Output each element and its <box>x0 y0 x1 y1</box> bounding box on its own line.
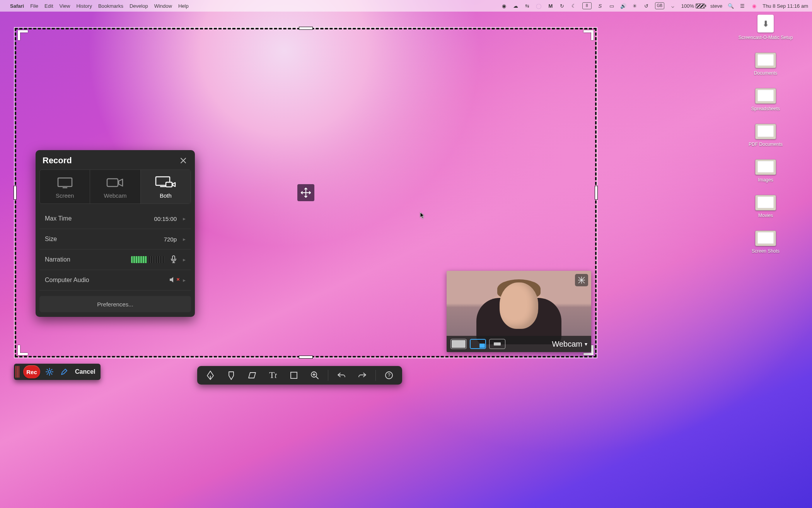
resize-handle-right[interactable] <box>595 186 597 199</box>
record-button-label: Rec <box>26 369 37 375</box>
setting-row-size[interactable]: Size 720p ▸ <box>39 229 191 250</box>
eraser-tool-button[interactable] <box>244 368 261 383</box>
draw-tools-button[interactable] <box>59 366 70 377</box>
volume-menuextra-icon[interactable]: 🔊 <box>620 3 626 9</box>
desktop-item-documents[interactable]: Documents <box>731 53 800 76</box>
desktop-item-spreadsheets[interactable]: Spreadsheets <box>731 88 800 111</box>
record-indicator-stripes <box>15 366 19 378</box>
spotlight-icon[interactable]: 🔍 <box>728 3 734 9</box>
desktop-item-pdf-documents[interactable]: PDF Documents <box>731 124 800 147</box>
siri-icon[interactable]: ◉ <box>751 3 757 9</box>
script-menuextra-icon[interactable]: S <box>597 3 603 9</box>
desktop-item-label: PDF Documents <box>749 142 783 147</box>
menu-view[interactable]: View <box>60 3 70 9</box>
resize-handle-top-left[interactable] <box>18 30 28 40</box>
move-region-handle[interactable] <box>297 184 314 201</box>
timemachine-menuextra-icon[interactable]: ↺ <box>643 3 650 9</box>
svg-rect-0 <box>58 178 72 186</box>
magnifier-icon <box>310 371 319 380</box>
menu-history[interactable]: History <box>76 3 92 9</box>
resize-handle-top-right[interactable] <box>583 30 594 40</box>
highlighter-icon <box>227 370 236 380</box>
wifi-menuextra-icon[interactable]: ⌵ <box>670 3 676 9</box>
preferences-label: Preferences... <box>97 301 133 308</box>
record-mode-screen[interactable]: Screen <box>40 170 90 204</box>
menu-file[interactable]: File <box>30 3 38 9</box>
desktop-item-label: Movies <box>758 213 773 218</box>
menubar-clock[interactable]: Thu 8 Sep 11:16 am <box>763 3 808 9</box>
undo-button[interactable] <box>333 368 350 383</box>
pen-tool-button[interactable] <box>202 368 219 383</box>
redo-icon <box>358 371 367 379</box>
redo-button[interactable] <box>354 368 371 383</box>
screen-icon <box>56 176 73 189</box>
webcam-layout-hidden[interactable] <box>489 339 505 349</box>
battery-icon <box>696 3 705 9</box>
webcam-person-silhouette <box>500 282 538 329</box>
setting-label: Computer Audio <box>45 277 89 284</box>
webcam-source-dropdown[interactable]: Webcam ▾ <box>552 340 587 349</box>
zoom-tool-button[interactable] <box>306 368 323 383</box>
menu-develop[interactable]: Develop <box>130 3 148 9</box>
text-tool-button[interactable]: Tt <box>264 368 281 383</box>
setting-row-max-time[interactable]: Max Time 00:15:00 ▸ <box>39 209 191 229</box>
darkmode-menuextra-icon[interactable]: ☾ <box>571 3 577 9</box>
webcam-source-label: Webcam <box>552 340 582 349</box>
menu-edit[interactable]: Edit <box>44 3 53 9</box>
keyboard-layout-icon[interactable]: GB <box>655 2 664 9</box>
date-menuextra-icon[interactable]: 8 <box>582 2 592 9</box>
desktop-item-screencast-setup[interactable]: ⬇ Screencast-O-Matic Setup <box>731 15 800 40</box>
preferences-button[interactable]: Preferences... <box>39 296 191 312</box>
microphone-icon <box>171 255 177 264</box>
shape-tool-button[interactable] <box>285 368 302 383</box>
setting-row-narration[interactable]: Narration ▸ <box>39 250 191 270</box>
svg-rect-2 <box>107 179 118 186</box>
setting-row-computer-audio[interactable]: Computer Audio ✕ ▸ <box>39 270 191 291</box>
close-button[interactable] <box>179 156 188 165</box>
battery-menuextra[interactable]: 100% <box>681 3 705 9</box>
record-mode-label: Webcam <box>104 192 127 199</box>
menu-window[interactable]: Window <box>154 3 172 9</box>
highlighter-tool-button[interactable] <box>223 368 240 383</box>
sync-menuextra-icon[interactable]: ⇆ <box>524 3 531 9</box>
setting-label: Size <box>45 236 57 243</box>
app-menuextra-icon[interactable]: M <box>548 3 554 9</box>
display-menuextra-icon[interactable]: ▭ <box>609 3 615 9</box>
desktop-item-images[interactable]: Images <box>731 159 800 183</box>
record-panel-title: Record <box>43 156 72 166</box>
record-menuextra-icon[interactable]: ◉ <box>501 3 507 9</box>
macos-menubar: Safari File Edit View History Bookmarks … <box>0 0 812 12</box>
settings-button[interactable] <box>44 366 55 377</box>
help-button[interactable]: ? <box>380 368 397 383</box>
webcam-settings-button[interactable] <box>575 274 588 286</box>
resize-handle-bottom[interactable] <box>299 356 312 358</box>
desktop-item-screenshots[interactable]: Screen Shots <box>731 231 800 254</box>
cloud-menuextra-icon[interactable]: ◯ <box>536 3 542 9</box>
menubar-username[interactable]: steve <box>710 3 722 9</box>
record-panel: Record Screen Webcam <box>36 150 195 317</box>
resize-handle-top[interactable] <box>299 27 312 29</box>
record-mode-webcam[interactable]: Webcam <box>90 170 140 204</box>
toolbar-separator <box>328 370 328 381</box>
webcam-preview[interactable]: Webcam ▾ <box>447 271 591 352</box>
menubar-app-name[interactable]: Safari <box>10 3 24 9</box>
record-button[interactable]: Rec <box>23 365 40 378</box>
menu-bookmarks[interactable]: Bookmarks <box>98 3 123 9</box>
control-center-icon[interactable]: ☰ <box>739 3 745 9</box>
refresh-menuextra-icon[interactable]: ↻ <box>559 3 565 9</box>
desktop-item-label: Documents <box>754 70 778 76</box>
record-mode-both[interactable]: Both <box>141 170 191 204</box>
folder-icon <box>755 159 776 175</box>
cancel-button[interactable]: Cancel <box>73 368 97 375</box>
webcam-layout-full[interactable] <box>450 339 467 349</box>
dropbox-menuextra-icon[interactable]: ☁ <box>513 3 519 9</box>
resize-handle-bottom-left[interactable] <box>18 345 28 355</box>
record-source-tabs: Screen Webcam Both <box>39 169 191 204</box>
pencil-icon <box>60 368 68 376</box>
bluetooth-menuextra-icon[interactable]: ✳ <box>632 3 638 9</box>
menu-help[interactable]: Help <box>178 3 189 9</box>
desktop-item-movies[interactable]: Movies <box>731 195 800 218</box>
resize-handle-left[interactable] <box>14 186 16 199</box>
webcam-layout-pip[interactable] <box>470 339 486 349</box>
desktop-item-label: Screencast-O-Matic Setup <box>739 35 793 40</box>
